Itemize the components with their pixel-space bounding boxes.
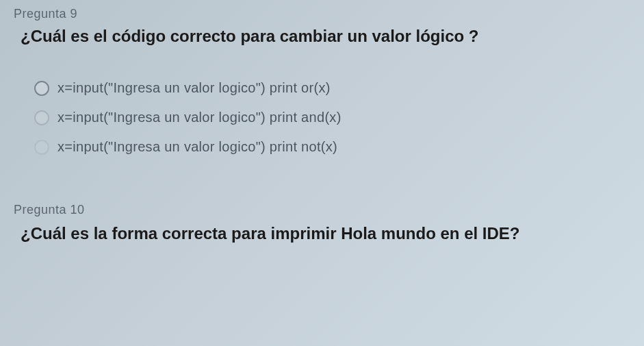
option-1-text: x=input("Ingresa un valor logico") print…	[57, 80, 331, 96]
question-9-label: Pregunta 9	[14, 7, 630, 21]
question-10-title: ¿Cuál es la forma correcta para imprimir…	[21, 224, 630, 243]
option-3-text: x=input("Ingresa un valor logico") print…	[57, 139, 337, 155]
question-10-label: Pregunta 10	[14, 203, 630, 217]
question-10-block: Pregunta 10 ¿Cuál es la forma correcta p…	[14, 203, 630, 243]
option-3[interactable]: x=input("Ingresa un valor logico") print…	[34, 139, 630, 155]
option-1[interactable]: x=input("Ingresa un valor logico") print…	[34, 80, 630, 96]
radio-icon[interactable]	[34, 81, 49, 96]
option-2[interactable]: x=input("Ingresa un valor logico") print…	[34, 110, 630, 125]
radio-icon[interactable]	[34, 110, 49, 125]
question-9-block: Pregunta 9 ¿Cuál es el código correcto p…	[14, 7, 630, 155]
question-9-title: ¿Cuál es el código correcto para cambiar…	[21, 27, 630, 46]
radio-icon[interactable]	[34, 140, 49, 155]
question-9-options: x=input("Ingresa un valor logico") print…	[34, 80, 630, 155]
option-2-text: x=input("Ingresa un valor logico") print…	[57, 110, 342, 125]
